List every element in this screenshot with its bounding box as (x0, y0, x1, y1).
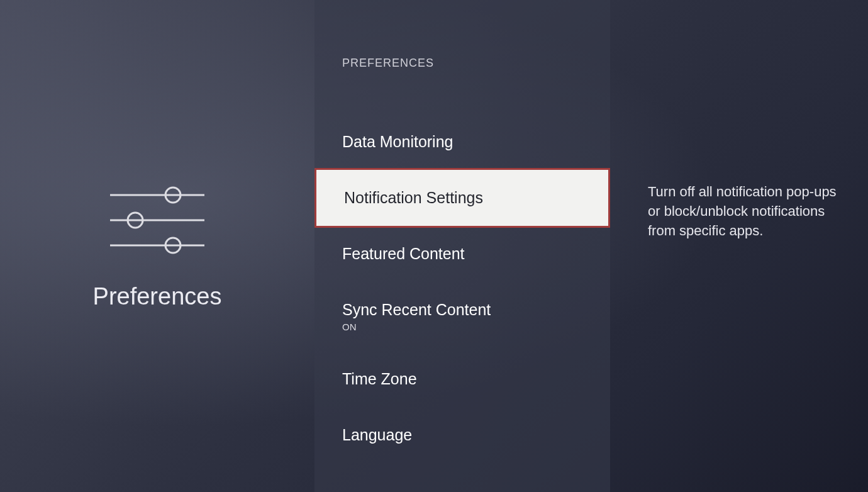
menu-panel: PREFERENCES Data Monitoring Notification… (314, 0, 610, 492)
page-title: Preferences (93, 283, 222, 310)
left-panel: Preferences (0, 0, 314, 492)
menu-item-label: Time Zone (342, 370, 417, 388)
menu-item-subtext: ON (342, 321, 582, 332)
menu-item-label: Sync Recent Content (342, 301, 491, 318)
menu-item-sync-recent-content[interactable]: Sync Recent Content ON (314, 282, 610, 351)
menu-item-featured-content[interactable]: Featured Content (314, 226, 610, 282)
menu-item-label: Notification Settings (344, 189, 483, 206)
menu-item-data-monitoring[interactable]: Data Monitoring (314, 114, 610, 170)
menu-item-label: Data Monitoring (342, 133, 453, 150)
preferences-icon (107, 182, 208, 258)
menu-item-language[interactable]: Language (314, 407, 610, 463)
description-panel: Turn off all notification pop-ups or blo… (610, 0, 868, 492)
menu-item-time-zone[interactable]: Time Zone (314, 351, 610, 407)
menu-item-notification-settings[interactable]: Notification Settings (314, 168, 610, 228)
section-header: PREFERENCES (314, 57, 610, 70)
menu-item-label: Featured Content (342, 245, 465, 262)
item-description: Turn off all notification pop-ups or blo… (648, 182, 837, 240)
menu-item-label: Language (342, 426, 412, 444)
